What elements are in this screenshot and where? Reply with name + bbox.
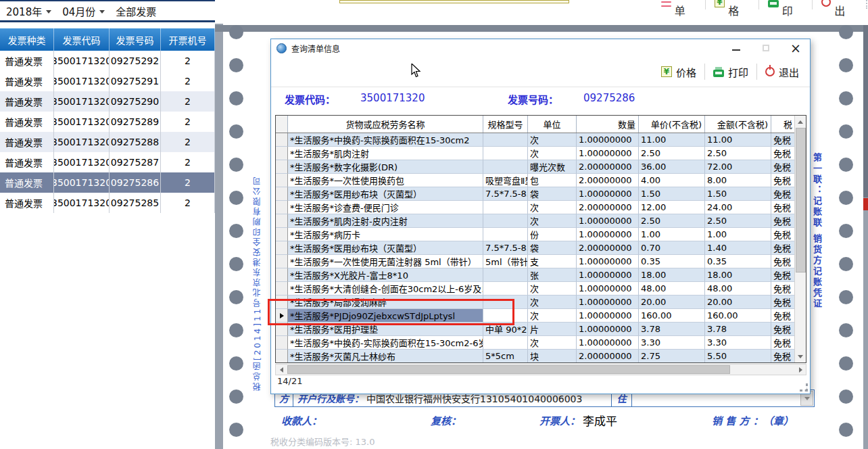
price-cell: 1.00: [639, 228, 705, 241]
detail-table-row[interactable]: *生活服务*诊查费-便民门诊次2.0000000012.0024.00免税: [276, 201, 806, 214]
resize-grip[interactable]: [800, 383, 808, 392]
dialog-exit-button[interactable]: 退出: [765, 65, 799, 79]
unit-cell: 份: [528, 228, 577, 241]
invoice-list-row[interactable]: 普通发票3500171320092752852: [0, 193, 215, 213]
detail-table-row[interactable]: *生活服务*灭菌凡士林纱布5*5cm块2.000000002.755.50免税: [276, 350, 806, 363]
detail-table-row[interactable]: *生活服务*肌肉注射次1.000000002.502.50免税: [276, 147, 806, 160]
scroll-left-icon[interactable]: [276, 364, 287, 375]
invoice-list-row[interactable]: 普通发票3500171320092752862: [0, 172, 215, 193]
row-selector-header[interactable]: [276, 116, 288, 133]
spec-cell: [483, 282, 528, 296]
detail-table-row[interactable]: *生活服务*X光胶片-富士8*10张1.0000000018.0018.00免税: [276, 268, 806, 282]
detail-table-row[interactable]: *生活服务*中换药-实际换药面积在15-30cm2次1.0000000011.0…: [276, 133, 806, 147]
tax-cell: 免税: [771, 323, 796, 336]
invoice-list-row[interactable]: 普通发票3500171320092752882: [0, 132, 215, 152]
qty-cell: 1.00000000: [577, 255, 639, 268]
column-header[interactable]: 单位: [528, 116, 577, 133]
dialog-title-bar[interactable]: 查询清单信息: [271, 39, 810, 57]
column-header[interactable]: 货物或应税劳务名称: [288, 116, 483, 133]
spec-cell: 7.5*7.5-8...: [483, 187, 528, 201]
vertical-scrollbar[interactable]: [794, 116, 806, 362]
sprocket-hole: [839, 423, 853, 437]
column-header[interactable]: 发票号码: [110, 28, 161, 51]
invoice-list-row[interactable]: 普通发票3500171320092752922: [0, 51, 215, 71]
exit-button[interactable]: 退出: [821, 0, 856, 18]
qty-cell: 1.00000000: [577, 147, 639, 160]
name-cell: *生活服务*医用纱布块（灭菌型）: [288, 187, 483, 201]
vertical-scrollbar-thumb[interactable]: [796, 128, 806, 273]
chevron-down-icon[interactable]: [99, 10, 105, 14]
invoice-list-row[interactable]: 普通发票3500171320092752872: [0, 152, 215, 172]
column-header[interactable]: 发票种类: [0, 28, 54, 51]
row-selector-cell: [276, 336, 288, 350]
cell: 2: [161, 112, 215, 132]
row-selector-cell: [276, 147, 288, 160]
cell: 2: [161, 51, 215, 71]
tax-cell: 免税: [771, 336, 796, 350]
detail-table-row[interactable]: *生活服务*中换药-实际换药面积在15-30cm2-6岁以...次1.00000…: [276, 336, 806, 350]
detail-table-row[interactable]: *生活服务*大清创缝合-创面在30cm2以上-6岁及以下...次1.000000…: [276, 282, 806, 296]
detail-table-row[interactable]: *生活服务*医用纱布块（灭菌型）7.5*7.5-8...袋2.000000000…: [276, 241, 806, 255]
column-header[interactable]: 单价(不含税): [639, 116, 705, 133]
month-dropdown[interactable]: 04月份: [62, 4, 95, 18]
horizontal-scrollbar-thumb[interactable]: [287, 365, 730, 374]
cell: 3500171320: [54, 152, 110, 172]
year-dropdown[interactable]: 2018年: [6, 4, 42, 18]
price-cell: 12.00: [639, 201, 705, 214]
detail-table-row[interactable]: *生活服务*肌肉注射-皮内注射次1.000000002.502.50免税: [276, 214, 806, 228]
qty-cell: 1.00000000: [577, 268, 639, 282]
list-button[interactable]: 清单: [661, 0, 696, 18]
dialog-price-button[interactable]: ¥ 价格: [661, 65, 696, 79]
name-cell: *生活服务*一次性使用无菌注射器 5ml（带针）: [288, 255, 483, 268]
chevron-down-icon[interactable]: [46, 10, 51, 14]
window-scrollbar[interactable]: [863, 25, 868, 449]
sprocket-hole: [229, 91, 243, 105]
price-cell: 36.00: [639, 160, 705, 174]
scroll-down-icon[interactable]: [795, 351, 806, 362]
close-icon[interactable]: ×: [791, 43, 800, 53]
sprocket-hole: [839, 389, 853, 404]
scope-dropdown[interactable]: 全部发票: [116, 4, 156, 18]
minimize-button[interactable]: [731, 43, 741, 53]
detail-table-row[interactable]: *生活服务*一次性使用无菌注射器 5ml（带针）5ml（带针）支1.000000…: [276, 255, 806, 268]
column-header[interactable]: 数量: [577, 116, 639, 133]
detail-table-row[interactable]: *生活服务*一次性使用换药包吸塑弯盘Ⅱ型包2.000000004.008.00免…: [276, 174, 806, 187]
detail-table-row[interactable]: *生活服务*医用纱布块（灭菌型）7.5*7.5-8...袋1.000000001…: [276, 187, 806, 201]
invoice-list-row[interactable]: 普通发票3500171320092752892: [0, 112, 215, 132]
row-selector-cell: [276, 228, 288, 241]
tax-code-version: 税收分类编码版本号: 13.0: [270, 435, 375, 448]
clipped-red-marker: [863, 198, 868, 210]
invoice-list-row[interactable]: 普通发票3500171320092752912: [0, 71, 215, 91]
row-selector-cell: [276, 201, 288, 214]
spec-cell: [483, 133, 528, 147]
horizontal-scrollbar[interactable]: [275, 364, 806, 375]
cell: 3500171320: [54, 91, 110, 112]
cell: 09275289: [110, 112, 161, 132]
price-button[interactable]: ¥ 价格: [715, 0, 750, 18]
scroll-right-icon[interactable]: [795, 364, 806, 375]
dialog-print-button[interactable]: 打印: [713, 65, 748, 79]
exit-icon: [821, 0, 831, 7]
column-header[interactable]: 金额(不含税): [705, 116, 771, 133]
column-header[interactable]: 发票代码: [54, 28, 110, 51]
unit-cell: 曝光次数: [528, 160, 577, 174]
column-header[interactable]: 税: [771, 116, 796, 133]
sprocket-hole: [229, 356, 243, 371]
scroll-up-icon[interactable]: [795, 116, 806, 127]
cell: 2: [161, 132, 215, 152]
column-header[interactable]: 开票机号: [161, 28, 215, 51]
column-header[interactable]: 规格型号: [483, 116, 528, 133]
detail-table-row[interactable]: *生活服务*病历卡份1.000000001.001.00免税: [276, 228, 806, 241]
unit-cell: 片: [528, 323, 577, 336]
maximize-button[interactable]: [761, 43, 771, 53]
spec-cell: 吸塑弯盘Ⅱ型: [483, 174, 528, 187]
print-button[interactable]: 打印: [768, 0, 804, 18]
price-cell: 18.00: [639, 268, 705, 282]
detail-table-row[interactable]: *生活服务*数字化摄影(DR)曝光次数2.0000000036.0072.00免…: [276, 160, 806, 174]
invoice-list-row[interactable]: 普通发票3500171320092752902: [0, 91, 215, 112]
window-scrollbar-thumb[interactable]: [863, 25, 868, 197]
qty-cell: 2.00000000: [577, 160, 639, 174]
amount-cell: 2.50: [705, 147, 771, 160]
qty-cell: 2.00000000: [577, 241, 639, 255]
row-selector-cell: [276, 133, 288, 147]
